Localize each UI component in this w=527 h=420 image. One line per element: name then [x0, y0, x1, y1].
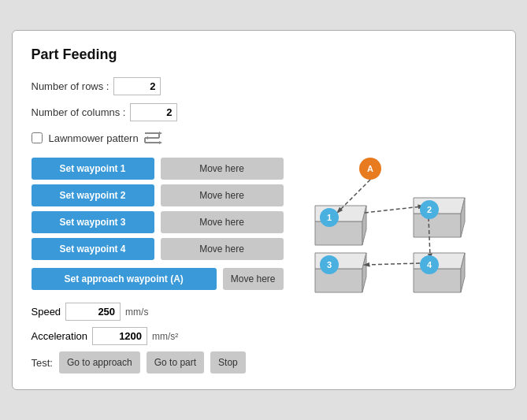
svg-text:3: 3: [326, 260, 331, 269]
svg-text:2: 2: [426, 205, 431, 214]
acceleration-unit: mm/s²: [152, 331, 178, 342]
left-panel: Number of rows : Number of columns : Law…: [32, 77, 284, 374]
svg-marker-7: [315, 221, 362, 245]
lawnmower-label: Lawnmower pattern: [49, 132, 139, 144]
test-label: Test:: [32, 357, 53, 369]
set-approach-button[interactable]: Set approach waypoint (A): [32, 268, 217, 290]
approach-label-a: A: [367, 164, 373, 173]
svg-line-25: [365, 206, 421, 213]
speed-label: Speed: [32, 306, 61, 318]
speed-input[interactable]: [65, 303, 121, 321]
rows-input[interactable]: [113, 77, 161, 95]
speed-unit: mm/s: [125, 307, 148, 318]
rows-label: Number of rows :: [32, 80, 109, 92]
svg-marker-16: [414, 269, 461, 292]
set-waypoint-1-button[interactable]: Set waypoint 1: [32, 158, 154, 180]
columns-row: Number of columns :: [32, 103, 284, 121]
svg-text:1: 1: [326, 213, 331, 222]
columns-input[interactable]: [130, 103, 177, 121]
part-feeding-panel: Part Feeding Number of rows : Number of …: [12, 30, 516, 390]
move-here-2-button[interactable]: Move here: [161, 184, 284, 206]
set-waypoint-3-button[interactable]: Set waypoint 3: [32, 211, 154, 233]
go-to-approach-button[interactable]: Go to approach: [59, 351, 140, 374]
svg-marker-10: [414, 214, 461, 237]
move-here-3-button[interactable]: Move here: [161, 211, 284, 233]
svg-marker-3: [159, 132, 162, 135]
lawnmower-icon: [143, 129, 165, 147]
svg-text:4: 4: [426, 260, 432, 269]
svg-marker-13: [315, 269, 362, 292]
lawnmower-checkbox[interactable]: [32, 132, 43, 143]
set-waypoint-2-button[interactable]: Set waypoint 2: [32, 184, 154, 206]
rows-row: Number of rows :: [32, 77, 284, 95]
move-approach-button[interactable]: Move here: [223, 268, 284, 290]
panel-title: Part Feeding: [32, 46, 496, 63]
svg-marker-5: [159, 141, 162, 144]
lawnmower-row: Lawnmower pattern: [32, 129, 284, 147]
acceleration-input[interactable]: [92, 327, 147, 345]
set-waypoint-4-button[interactable]: Set waypoint 4: [32, 238, 154, 260]
move-here-1-button[interactable]: Move here: [161, 158, 284, 180]
acceleration-label: Acceleration: [32, 330, 88, 342]
waypoint-grid: Set waypoint 1 Move here Set waypoint 2 …: [32, 158, 284, 260]
go-to-part-button[interactable]: Go to part: [147, 351, 204, 374]
diagram-svg: A 1: [291, 147, 496, 304]
move-here-4-button[interactable]: Move here: [161, 238, 284, 260]
columns-label: Number of columns :: [32, 106, 126, 118]
acceleration-row: Acceleration mm/s²: [32, 327, 284, 345]
svg-line-27: [366, 263, 420, 265]
right-panel: A 1: [291, 77, 496, 374]
speed-row: Speed mm/s: [32, 303, 284, 321]
approach-row: Set approach waypoint (A) Move here: [32, 268, 284, 290]
test-row: Test: Go to approach Go to part Stop: [32, 351, 284, 374]
stop-button[interactable]: Stop: [210, 351, 246, 374]
